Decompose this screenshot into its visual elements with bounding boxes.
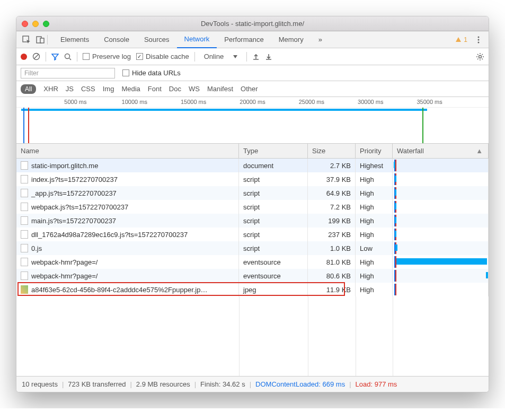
disable-cache-checkbox[interactable]: Disable cache: [136, 52, 189, 60]
waterfall-bar: [486, 272, 488, 278]
tab-more[interactable]: »: [311, 31, 330, 48]
cell-waterfall: [393, 172, 489, 186]
waterfall-bar: [395, 244, 397, 251]
type-all[interactable]: All: [21, 84, 36, 94]
col-priority[interactable]: Priority: [356, 144, 393, 158]
timeline-overview[interactable]: 5000 ms 10000 ms 15000 ms 20000 ms 25000…: [16, 97, 489, 144]
separator: [47, 35, 48, 45]
cell-waterfall: [393, 159, 489, 172]
type-doc[interactable]: Doc: [169, 85, 181, 93]
type-font[interactable]: Font: [148, 85, 162, 93]
separator: [194, 52, 195, 62]
waterfall-bar: [395, 189, 397, 196]
load-marker: [28, 108, 29, 143]
devtools-window: DevTools - static-import.glitch.me/ Elem…: [16, 16, 489, 392]
checkbox-icon: [122, 69, 129, 76]
tab-sources[interactable]: Sources: [137, 31, 177, 48]
table-row[interactable]: main.js?ts=1572270700237script199 KBHigh: [16, 214, 489, 228]
type-manifest[interactable]: Manifest: [207, 85, 233, 93]
cell-size: 1.0 KB: [308, 241, 356, 255]
cell-name: index.js?ts=1572270700237: [16, 172, 239, 186]
throttle-select[interactable]: Online: [200, 51, 242, 62]
cell-name: a84f63e5-62cd-456b-89f4-c2adddc4e575%2Fp…: [16, 283, 239, 296]
upload-icon[interactable]: [252, 53, 260, 60]
col-waterfall[interactable]: Waterfall ▲: [393, 144, 489, 158]
table-row[interactable]: webpack-hmr?page=/eventsource81.0 KBHigh: [16, 255, 489, 269]
request-name: dll_1762a4d98a7289ec16c9.js?ts=157227070…: [31, 231, 188, 239]
minimize-button[interactable]: [32, 21, 39, 27]
cell-priority: High: [356, 200, 393, 214]
type-img[interactable]: Img: [103, 85, 114, 93]
preserve-log-label: Preserve log: [92, 52, 131, 60]
cell-type: script: [239, 214, 308, 228]
col-type[interactable]: Type: [239, 144, 308, 158]
dcl-marker: [23, 108, 24, 143]
warning-badge[interactable]: 1: [455, 36, 467, 43]
filter-icon[interactable]: [51, 53, 59, 60]
load-marker: [395, 270, 396, 282]
table-row[interactable]: webpack.js?ts=1572270700237script7.2 KBH…: [16, 200, 489, 214]
close-button[interactable]: [22, 21, 28, 27]
status-resources: 2.9 MB resources: [136, 380, 190, 388]
preserve-log-checkbox[interactable]: Preserve log: [83, 52, 131, 60]
throttle-value: Online: [204, 52, 224, 60]
cell-name: static-import.glitch.me: [16, 159, 239, 172]
table-row[interactable]: webpack-hmr?page=/eventsource80.6 KBHigh: [16, 269, 489, 283]
table-row[interactable]: dll_1762a4d98a7289ec16c9.js?ts=157227070…: [16, 228, 489, 241]
timeline-ticks: 5000 ms 10000 ms 15000 ms 20000 ms 25000…: [16, 97, 489, 108]
tab-network[interactable]: Network: [177, 31, 217, 48]
cell-waterfall: [393, 200, 489, 214]
tab-memory[interactable]: Memory: [271, 31, 311, 48]
separator: [246, 52, 247, 62]
download-icon[interactable]: [265, 53, 272, 60]
type-ws[interactable]: WS: [189, 85, 200, 93]
table-row[interactable]: index.js?ts=1572270700237script37.9 KBHi…: [16, 172, 489, 186]
table-row[interactable]: a84f63e5-62cd-456b-89f4-c2adddc4e575%2Fp…: [16, 283, 489, 296]
type-css[interactable]: CSS: [81, 85, 95, 93]
col-waterfall-label: Waterfall: [397, 147, 424, 155]
table-row[interactable]: _app.js?ts=1572270700237script64.9 KBHig…: [16, 186, 489, 200]
col-name[interactable]: Name: [16, 144, 239, 158]
table-row[interactable]: 0.jsscript1.0 KBLow: [16, 241, 489, 255]
hide-data-urls-checkbox[interactable]: Hide data URLs: [122, 69, 181, 77]
cell-size: 237 KB: [308, 228, 356, 241]
inspect-icon[interactable]: [20, 33, 33, 46]
svg-point-3: [478, 36, 480, 38]
tick: 25000 ms: [299, 99, 324, 105]
kebab-menu-icon[interactable]: [472, 33, 485, 46]
cell-priority: Highest: [356, 159, 393, 172]
type-media[interactable]: Media: [121, 85, 140, 93]
cell-waterfall: [393, 228, 489, 241]
request-name: _app.js?ts=1572270700237: [31, 189, 117, 197]
request-name: index.js?ts=1572270700237: [31, 176, 118, 183]
tick: 20000 ms: [240, 99, 265, 105]
col-size[interactable]: Size: [308, 144, 356, 158]
cell-size: 7.2 KB: [308, 200, 356, 214]
settings-icon[interactable]: [476, 52, 484, 61]
hide-data-urls-label: Hide data URLs: [132, 69, 181, 77]
cell-type: script: [239, 186, 308, 200]
waterfall-bar: [395, 231, 397, 237]
tab-performance[interactable]: Performance: [217, 31, 271, 48]
search-icon[interactable]: [64, 53, 72, 60]
device-toggle-icon[interactable]: [33, 33, 47, 46]
tab-console[interactable]: Console: [96, 31, 137, 48]
type-xhr[interactable]: XHR: [43, 85, 58, 93]
separator: [46, 52, 46, 62]
clear-icon[interactable]: [32, 52, 40, 60]
cell-name: 0.js: [16, 241, 239, 255]
maximize-button[interactable]: [43, 21, 49, 27]
traffic-lights: [22, 21, 49, 27]
type-other[interactable]: Other: [241, 85, 258, 93]
cell-name: _app.js?ts=1572270700237: [16, 186, 239, 200]
type-js[interactable]: JS: [66, 85, 74, 93]
file-icon: [21, 285, 28, 294]
status-load: Load: 977 ms: [356, 380, 397, 388]
tab-elements[interactable]: Elements: [53, 31, 96, 48]
svg-point-8: [65, 54, 70, 58]
record-button[interactable]: [21, 54, 27, 60]
status-dcl: DOMContentLoaded: 669 ms: [255, 380, 345, 388]
table-row[interactable]: static-import.glitch.medocument2.7 KBHig…: [16, 159, 489, 172]
filter-input[interactable]: Filter: [21, 68, 115, 78]
svg-rect-2: [40, 38, 44, 43]
